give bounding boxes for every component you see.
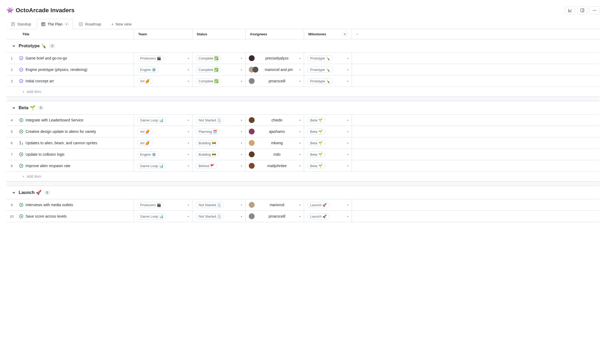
table-row[interactable]: 1Game brief and go-no-goProducers 🎬▾Comp… <box>6 52 600 64</box>
row-title[interactable]: Initial concept art <box>26 79 54 83</box>
table-row[interactable]: 6Updates to alien, beam, and cannon spri… <box>6 137 600 149</box>
group-header[interactable]: Beta 🌱5 <box>6 101 600 114</box>
milestone-cell[interactable]: Beta 🌱▾ <box>304 149 352 160</box>
add-item-button[interactable]: +Add item <box>6 171 600 181</box>
milestone-cell[interactable]: Prototype 🍾▾ <box>304 53 352 64</box>
avatar <box>249 129 255 134</box>
assignees-cell[interactable]: pmarsceill▾ <box>246 211 304 222</box>
team-pill: Engine ⚙️ <box>137 151 159 158</box>
svg-point-3 <box>594 10 595 11</box>
team-cell[interactable]: Game Loop 📊▾ <box>134 160 192 171</box>
status-cell[interactable]: Not Started ⏲️▾ <box>192 211 246 222</box>
group-separator <box>6 181 600 186</box>
tab-roadmap[interactable]: Roadmap <box>74 19 106 29</box>
milestone-cell[interactable]: Prototype 🍾▾ <box>304 75 352 87</box>
group-title: Beta 🌱 <box>19 105 35 111</box>
table-row[interactable]: 5Creative design update to aliens for va… <box>6 126 600 137</box>
milestones-options-caret[interactable]: ▾ <box>342 32 347 36</box>
row-title[interactable]: Game brief and go-no-go <box>26 56 67 60</box>
milestone-cell[interactable]: Prototype 🍾▾ <box>304 64 352 75</box>
team-cell[interactable]: Art 🌈▾ <box>134 126 192 137</box>
assignee-name: preciselyalyss <box>265 56 288 60</box>
milestone-cell[interactable]: Beta 🌱▾ <box>304 160 352 171</box>
status-cell[interactable]: Behind 🚩▾ <box>192 160 246 171</box>
table-row[interactable]: 2Engine prototype (physics, rendering)En… <box>6 64 600 75</box>
column-header-status[interactable]: Status <box>192 29 246 39</box>
column-header-title[interactable]: Title <box>6 29 134 39</box>
new-view-label: New view <box>116 22 132 26</box>
row-title[interactable]: Integrate with Leaderboard Service <box>26 118 83 122</box>
new-view-button[interactable]: + New view <box>107 19 136 29</box>
team-cell[interactable]: Game Loop 📊▾ <box>134 115 192 126</box>
team-cell[interactable]: Art 🌈▾ <box>134 75 192 87</box>
chevron-down-icon: ▾ <box>241 130 242 133</box>
assignees-cell[interactable]: chiedo▾ <box>246 115 304 126</box>
row-title[interactable]: Creative design update to aliens for var… <box>26 129 96 134</box>
milestone-cell[interactable]: Launch 🚀▾ <box>304 199 352 210</box>
table-row[interactable]: 3Initial concept artArt 🌈▾Complete ✅▾pma… <box>6 75 600 87</box>
assignees-cell[interactable]: ajashams▾ <box>246 126 304 137</box>
plus-icon: + <box>111 22 113 26</box>
team-cell[interactable]: Producers 🎬▾ <box>134 199 192 210</box>
team-cell[interactable]: Engine ⚙️▾ <box>134 149 192 160</box>
assignees-cell[interactable]: mattjohnlee▾ <box>246 160 304 171</box>
chevron-down-icon: ▾ <box>241 153 242 156</box>
milestone-cell[interactable]: Beta 🌱▾ <box>304 126 352 137</box>
status-cell[interactable]: Not Started ⏲️▾ <box>192 199 246 210</box>
chevron-down-icon: ▾ <box>299 68 301 71</box>
status-cell[interactable]: Complete ✅▾ <box>192 64 246 75</box>
milestone-cell[interactable]: Launch 🚀▾ <box>304 211 352 222</box>
tab-menu-caret[interactable]: ▾ <box>65 22 69 26</box>
row-title[interactable]: Updates to alien, beam, and cannon sprit… <box>26 141 97 145</box>
milestone-cell[interactable]: Beta 🌱▾ <box>304 115 352 126</box>
team-cell[interactable]: Engine ⚙️▾ <box>134 64 192 75</box>
tab-standup[interactable]: Standup <box>6 19 36 29</box>
assignees-cell[interactable]: mdo▾ <box>246 149 304 160</box>
status-cell[interactable]: Complete ✅▾ <box>192 75 246 87</box>
group-header[interactable]: Launch 🚀6 <box>6 186 600 199</box>
team-cell[interactable]: Game Loop 📊▾ <box>134 211 192 222</box>
add-column-button[interactable] <box>352 29 363 39</box>
status-pill: Not Started ⏲️ <box>196 202 224 208</box>
milestone-pill: Beta 🌱 <box>307 140 325 146</box>
column-header-assignees[interactable]: Assignees <box>246 29 304 39</box>
table-row[interactable]: 10Save score across levelsGame Loop 📊▾No… <box>6 210 600 222</box>
assignees-cell[interactable]: mkwng▾ <box>246 137 304 149</box>
assignees-cell[interactable]: preciselyalyss▾ <box>246 53 304 64</box>
assignees-cell[interactable]: mariorod▾ <box>246 199 304 210</box>
more-button[interactable] <box>590 6 600 14</box>
status-cell[interactable]: Not Started ⏲️▾ <box>192 115 246 126</box>
add-item-label: Add item <box>27 174 41 179</box>
status-cell[interactable]: Building 🚧▾ <box>192 137 246 149</box>
status-cell[interactable]: Planning 🗓️▾ <box>192 126 246 137</box>
team-pill: Producers 🎬 <box>137 202 164 208</box>
insights-button[interactable] <box>565 6 575 14</box>
assignees-cell[interactable]: mariorod and pm▾ <box>246 64 304 75</box>
status-cell[interactable]: Complete ✅▾ <box>192 53 246 64</box>
column-header-team[interactable]: Team <box>134 29 192 39</box>
milestone-pill: Beta 🌱 <box>307 163 325 169</box>
assignees-cell[interactable]: pmarsceill▾ <box>246 75 304 87</box>
row-title[interactable]: Improve alien respawn rate <box>26 164 70 168</box>
status-cell[interactable]: Building 🚧▾ <box>192 149 246 160</box>
group-header[interactable]: Prototype 🍾3 <box>6 39 600 52</box>
assignee-name: mattjohnlee <box>267 164 287 168</box>
svg-point-35 <box>21 216 22 217</box>
chevron-down-icon: ▾ <box>188 119 189 122</box>
add-item-button[interactable]: +Add item <box>6 87 600 96</box>
row-title[interactable]: Update to collision logic <box>26 152 65 156</box>
row-title[interactable]: Interviews with media outlets <box>26 203 73 207</box>
table-row[interactable]: 4Integrate with Leaderboard ServiceGame … <box>6 114 600 126</box>
table-row[interactable]: 7Update to collision logicEngine ⚙️▾Buil… <box>6 149 600 160</box>
milestone-pill: Prototype 🍾 <box>307 55 333 61</box>
panel-button[interactable] <box>577 6 587 14</box>
team-cell[interactable]: Producers 🎬▾ <box>134 53 192 64</box>
tab-the-plan[interactable]: The Plan ▾ <box>37 19 73 29</box>
row-title[interactable]: Engine prototype (physics, rendering) <box>26 67 87 72</box>
column-header-milestones[interactable]: Milestones ▾ <box>304 29 352 39</box>
row-title[interactable]: Save score across levels <box>26 214 67 218</box>
milestone-cell[interactable]: Beta 🌱▾ <box>304 137 352 149</box>
table-row[interactable]: 8Improve alien respawn rateGame Loop 📊▾B… <box>6 160 600 171</box>
table-row[interactable]: 9Interviews with media outletsProducers … <box>6 199 600 210</box>
team-cell[interactable]: Art 🌈▾ <box>134 137 192 149</box>
